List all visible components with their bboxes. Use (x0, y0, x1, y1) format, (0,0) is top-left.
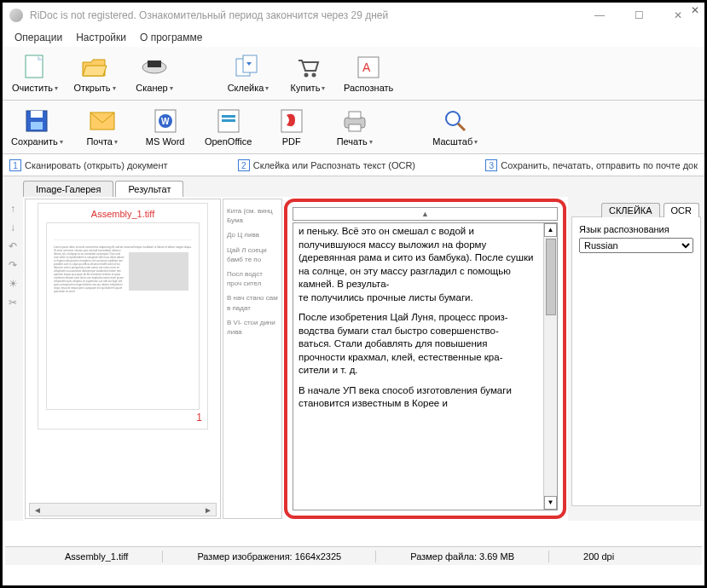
pdf-icon (278, 107, 305, 135)
right-panel: СКЛЕЙКА OCR ✕ Язык распознования Russian (568, 197, 704, 521)
scrollbar-thumb[interactable] (546, 239, 556, 315)
ocr-paragraph: и пеньку. Всё это он смешал с водой и по… (298, 225, 536, 304)
minimize-button[interactable]: — (580, 3, 619, 28)
svg-rect-22 (349, 124, 361, 131)
word-icon: W (152, 107, 179, 135)
mail-button[interactable]: Почта▾ (77, 106, 128, 148)
pages-icon (235, 54, 262, 81)
thumbnail-title: Assembly_1.tiff (43, 209, 202, 219)
ocr-icon: A (355, 54, 382, 81)
magnifier-icon (442, 107, 469, 135)
ocr-scrollbar[interactable]: ▲ ▼ (543, 223, 557, 510)
status-file-size: Размер файла: 3.69 MB (410, 551, 514, 562)
cart-icon (294, 54, 322, 81)
scanner-button[interactable]: Сканер▾ (129, 52, 180, 95)
mail-icon (89, 107, 116, 135)
scroll-up-icon[interactable]: ▲ (544, 223, 557, 237)
scroll-down-icon[interactable]: ▼ (544, 496, 557, 510)
toolbar-secondary: Сохранить▾ Почта▾ WMS Word OpenOffice PD… (3, 101, 704, 154)
preview-pane: Кита (см. винц Бума До Ц лива Цай Л соец… (223, 199, 282, 519)
svg-line-24 (458, 124, 465, 130)
window-title: RiDoc is not registered. Ознакомительный… (30, 9, 580, 21)
svg-rect-11 (31, 122, 43, 130)
menu-operations[interactable]: Операции (9, 30, 67, 45)
open-button[interactable]: Открыть▾ (69, 52, 120, 95)
titlebar: RiDoc is not registered. Ознакомительный… (3, 3, 704, 28)
thumbnail-page-number: 1 (43, 412, 202, 424)
svg-rect-17 (222, 115, 235, 118)
openoffice-button[interactable]: OpenOffice (203, 106, 254, 148)
step-2: 2Склейка или Распознать текст (OCR) (238, 159, 415, 171)
scroll-left-icon[interactable]: ◄ (30, 505, 45, 515)
word-button[interactable]: WMS Word (140, 106, 191, 148)
rotate-left-icon[interactable]: ↶ (6, 239, 20, 253)
printer-icon (341, 107, 368, 135)
step-1: 1Сканировать (открыть) документ (9, 159, 168, 171)
svg-rect-21 (349, 112, 361, 118)
svg-rect-18 (222, 119, 235, 122)
app-icon (9, 9, 23, 22)
status-filename: Assembly_1.tiff (65, 551, 128, 562)
ocr-paragraph: После изобретения Цай Луня, процесс прои… (298, 311, 536, 378)
page-icon (21, 54, 49, 81)
left-tabs: Image-Галерея Результат (3, 176, 704, 197)
save-button[interactable]: Сохранить▾ (9, 106, 65, 148)
tab-glue[interactable]: СКЛЕЙКА (601, 203, 660, 217)
maximize-button[interactable]: ☐ (619, 3, 658, 28)
ocr-language-label: Язык распознования (579, 224, 693, 234)
floppy-icon (23, 107, 50, 135)
menu-settings[interactable]: Настройки (71, 30, 131, 45)
svg-point-23 (446, 112, 460, 125)
print-button[interactable]: Печать▾ (329, 106, 380, 148)
zoom-button[interactable]: Масштаб▾ (430, 106, 481, 148)
openoffice-icon (215, 107, 242, 135)
ocr-paragraph: В начале УП века способ изготовления бум… (298, 384, 536, 411)
svg-text:A: A (362, 61, 371, 74)
glue-button[interactable]: Склейка▾ (223, 52, 274, 95)
vertical-toolbar: ↑ ↓ ↶ ↷ ☀ ✂ (3, 197, 23, 521)
thumbnail-page: Lorem ipsum dolor sit amet consectetur a… (46, 222, 200, 410)
thumbnail-gallery: Assembly_1.tiff Lorem ipsum dolor sit am… (25, 199, 221, 519)
buy-button[interactable]: Купить▾ (282, 52, 333, 95)
svg-point-5 (304, 73, 309, 78)
status-image-size: Размер изображения: 1664x2325 (197, 551, 341, 562)
ocr-text-area[interactable]: и пеньку. Всё это он смешал с водой и по… (293, 222, 558, 510)
folder-open-icon (81, 54, 108, 81)
scroll-right-icon[interactable]: ► (200, 505, 216, 515)
svg-rect-2 (148, 61, 161, 67)
svg-point-6 (312, 73, 316, 78)
tab-ocr[interactable]: OCR (664, 203, 699, 217)
svg-text:W: W (161, 117, 170, 126)
recognize-button[interactable]: AРаспознать (342, 52, 395, 95)
rotate-right-icon[interactable]: ↷ (6, 258, 20, 272)
ocr-language-select[interactable]: Russian (579, 238, 693, 253)
scanner-icon (141, 54, 168, 81)
ocr-collapse-button[interactable]: ▲ (293, 207, 558, 221)
tab-result[interactable]: Результат (115, 181, 183, 197)
toolbar-primary: Очистить▾ Открыть▾ Сканер▾ Склейка▾ Купи… (3, 47, 704, 101)
brightness-icon[interactable]: ☀ (6, 277, 20, 291)
ocr-result-panel: ▲ и пеньку. Всё это он смешал с водой и … (284, 199, 566, 519)
gallery-scrollbar[interactable]: ◄ ► (29, 503, 217, 516)
pdf-button[interactable]: PDF (266, 106, 317, 148)
crop-icon[interactable]: ✂ (6, 296, 20, 309)
tab-gallery[interactable]: Image-Галерея (23, 181, 113, 197)
thumbnail[interactable]: Assembly_1.tiff Lorem ipsum dolor sit am… (38, 203, 208, 429)
step-bar: 1Сканировать (открыть) документ 2Склейка… (3, 154, 704, 176)
move-up-icon[interactable]: ↑ (6, 202, 20, 216)
menu-about[interactable]: О программе (135, 30, 207, 45)
status-bar: Assembly_1.tiff Размер изображения: 1664… (5, 546, 702, 565)
menubar: Операции Настройки О программе (3, 28, 704, 47)
panel-close-icon[interactable]: ✕ (689, 4, 701, 16)
step-3: 3Сохранить, печатать, отправить по почте… (485, 159, 698, 171)
svg-rect-10 (31, 111, 43, 118)
status-dpi: 200 dpi (583, 551, 614, 562)
move-down-icon[interactable]: ↓ (6, 221, 20, 234)
clear-button[interactable]: Очистить▾ (9, 52, 61, 95)
